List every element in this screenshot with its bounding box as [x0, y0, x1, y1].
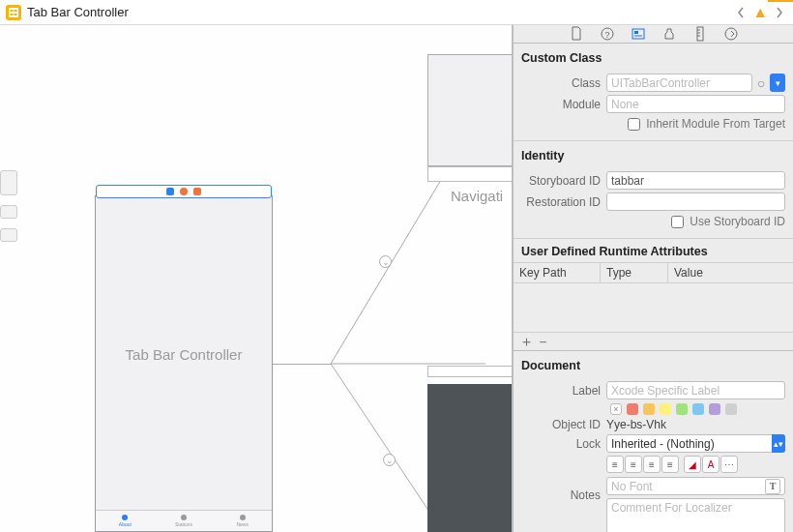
align-left-button[interactable]: ≡ — [606, 456, 624, 473]
nav-forward-button[interactable] — [772, 3, 787, 22]
lock-label: Lock — [521, 437, 601, 451]
udra-section: User Defined Runtime Attributes Key Path… — [514, 239, 793, 351]
label-color-swatch[interactable] — [660, 403, 671, 415]
identity-inspector-panel: ? Custom Class Class ○ ▾ — [513, 25, 793, 532]
text-style-button[interactable]: A — [702, 456, 720, 473]
udra-add-button[interactable]: ＋ — [519, 336, 534, 347]
tab-attributes-inspector[interactable] — [661, 25, 678, 43]
class-clear-icon[interactable]: ○ — [754, 74, 768, 92]
notes-label: Notes — [521, 488, 601, 502]
breadcrumb-bar: Tab Bar Controller ▲ — [0, 0, 793, 25]
label-color-swatch[interactable] — [725, 403, 737, 415]
nav-controller-scene[interactable] — [427, 54, 513, 166]
label-color-swatch[interactable] — [692, 403, 704, 415]
tab-item-news: News — [213, 511, 272, 531]
offscreen-scene-preview — [0, 170, 17, 364]
inherit-module-label: Inherit Module From Target — [646, 117, 785, 131]
align-justify-button[interactable]: ≡ — [661, 456, 679, 473]
restoration-id-label: Restoration ID — [521, 195, 601, 209]
tab-size-inspector[interactable] — [691, 25, 709, 43]
section-title: User Defined Runtime Attributes — [514, 239, 793, 262]
scene-exit-icon — [193, 188, 201, 195]
tab-connections-inspector[interactable] — [722, 25, 740, 43]
nav-controller-header-stub[interactable] — [427, 166, 513, 182]
scene-first-responder-icon — [180, 188, 188, 195]
tabbar-controller-scene[interactable]: Tab Bar Controller About Stations News — [95, 195, 273, 532]
scene-title-label: Tab Bar Controller — [96, 346, 272, 363]
segue-indicator-icon[interactable]: ⌄ — [383, 454, 396, 466]
restoration-id-field[interactable] — [606, 192, 785, 211]
nav-back-button[interactable] — [733, 3, 749, 22]
align-center-button[interactable]: ≡ — [625, 456, 642, 473]
udra-col-keypath[interactable]: Key Path — [514, 263, 601, 282]
label-color-swatch[interactable] — [643, 403, 655, 415]
document-label-field[interactable] — [606, 381, 785, 399]
objectid-label: Object ID — [521, 418, 601, 431]
section-title: Custom Class — [521, 49, 785, 71]
tab-item-stations: Stations — [155, 511, 214, 531]
text-color-button[interactable]: ◢ — [684, 456, 701, 473]
inherit-module-checkbox[interactable] — [628, 118, 640, 131]
udra-col-type[interactable]: Type — [601, 263, 668, 282]
storyboard-doc-icon — [6, 5, 21, 20]
use-storyboard-id-label: Use Storyboard ID — [690, 215, 785, 228]
svg-rect-3 — [11, 14, 14, 15]
storyboard-id-field[interactable] — [606, 171, 785, 190]
document-section: Document Label × Object ID Yye-bs-Vhk Lo… — [514, 351, 793, 532]
segue-line-root — [273, 364, 331, 365]
label-color-swatch[interactable] — [627, 403, 638, 415]
svg-text:?: ? — [604, 30, 609, 40]
section-title: Identity — [521, 147, 785, 168]
svg-rect-10 — [697, 27, 703, 41]
class-label: Class — [521, 76, 601, 90]
nav-controller-title: Navigati — [451, 188, 503, 204]
objectid-value: Yye-bs-Vhk — [606, 418, 666, 431]
class-dropdown-button[interactable]: ▾ — [770, 74, 785, 92]
tab-file-inspector[interactable] — [568, 25, 585, 43]
more-formatting-button[interactable]: ⋯ — [720, 456, 738, 473]
svg-rect-2 — [15, 10, 17, 12]
udra-table-header: Key Path Type Value — [514, 262, 793, 283]
custom-class-section: Custom Class Class ○ ▾ Module — [514, 44, 793, 141]
localizer-comment-field[interactable]: Comment For Localizer — [606, 498, 785, 532]
document-label-label: Label — [521, 384, 601, 398]
tab-identity-inspector[interactable] — [630, 25, 647, 43]
warning-icon[interactable]: ▲ — [752, 4, 768, 21]
svg-rect-4 — [15, 14, 17, 15]
tab-quick-help[interactable]: ? — [599, 25, 616, 43]
storyboard-id-label: Storyboard ID — [521, 174, 601, 188]
module-field[interactable] — [606, 95, 785, 113]
label-color-swatches: × — [610, 403, 785, 415]
storyboard-canvas[interactable]: Tab Bar Controller About Stations News ⌄… — [0, 25, 513, 532]
label-color-swatch[interactable] — [676, 403, 688, 415]
udra-remove-button[interactable]: － — [536, 336, 550, 347]
section-title: Document — [521, 357, 785, 378]
svg-rect-8 — [634, 31, 638, 34]
tab-bar-preview: About Stations News — [96, 510, 272, 531]
inspector-tab-strip: ? — [514, 25, 793, 44]
font-picker-icon[interactable]: T — [765, 479, 780, 494]
svg-point-14 — [725, 28, 737, 40]
identity-section: Identity Storyboard ID Restoration ID Us… — [514, 141, 793, 239]
secondary-scene-header-stub[interactable] — [427, 366, 513, 377]
svg-rect-0 — [9, 8, 18, 17]
segue-indicator-icon[interactable]: ⌄ — [379, 255, 392, 268]
lock-select[interactable]: Inherited - (Nothing) ▴▾ — [606, 434, 785, 453]
notes-formatting-toolbar: ≡ ≡ ≡ ≡ ◢ A ⋯ — [606, 456, 785, 474]
scene-selection-header[interactable] — [96, 185, 272, 198]
udra-col-value[interactable]: Value — [668, 263, 793, 282]
align-right-button[interactable]: ≡ — [643, 456, 661, 473]
udra-table-body[interactable] — [514, 283, 793, 332]
notes-font-field[interactable]: No Font T — [606, 477, 785, 495]
class-field[interactable] — [606, 74, 752, 92]
tab-item-about: About — [96, 511, 155, 531]
label-color-swatch[interactable] — [709, 403, 720, 415]
secondary-scene-body-stub[interactable] — [427, 384, 513, 532]
label-color-swatch[interactable]: × — [610, 403, 622, 415]
scene-app-icon — [166, 188, 174, 195]
use-storyboard-id-checkbox[interactable] — [671, 216, 684, 228]
module-label: Module — [521, 98, 601, 111]
svg-rect-1 — [11, 10, 14, 12]
breadcrumb-title[interactable]: Tab Bar Controller — [27, 5, 129, 19]
